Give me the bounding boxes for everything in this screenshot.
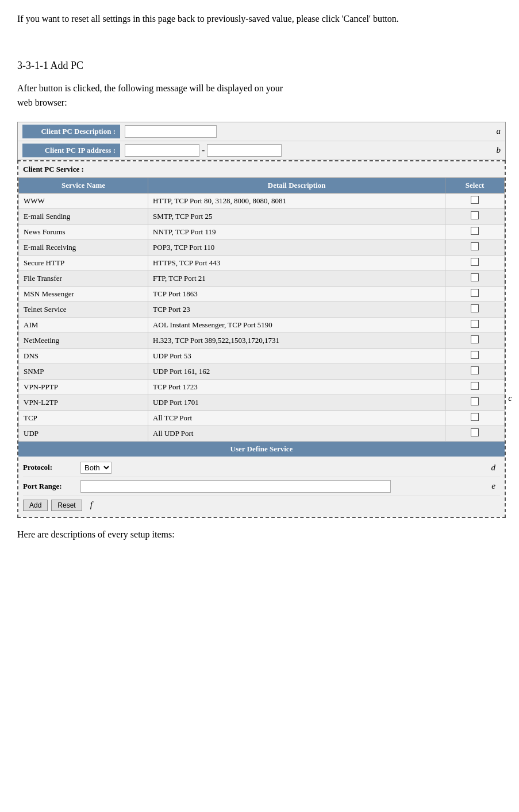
service-checkbox[interactable] xyxy=(471,335,479,343)
service-name: News Forums xyxy=(19,224,148,239)
service-desc: UDP Port 161, 162 xyxy=(148,364,445,379)
service-checkbox[interactable] xyxy=(471,258,479,266)
label-f: f xyxy=(90,500,93,510)
service-checkbox[interactable] xyxy=(471,211,479,219)
section-desc: After button is clicked, the following m… xyxy=(17,81,502,110)
add-button[interactable]: Add xyxy=(23,500,48,511)
service-desc: TCP Port 1723 xyxy=(148,379,445,395)
service-select[interactable] xyxy=(445,224,505,239)
ip-label: Client PC IP address : xyxy=(22,144,120,157)
service-select[interactable] xyxy=(445,270,505,286)
service-desc: All TCP Port xyxy=(148,410,445,426)
table-row: E-mail Sending SMTP, TCP Port 25 xyxy=(19,208,505,224)
service-select[interactable] xyxy=(445,286,505,301)
port-range-label: Port Range: xyxy=(23,482,80,491)
service-table: Service Name Detail Description Select W… xyxy=(18,177,505,442)
service-desc: All UDP Port xyxy=(148,426,445,441)
service-desc: H.323, TCP Port 389,522,1503,1720,1731 xyxy=(148,332,445,348)
service-select[interactable] xyxy=(445,426,505,441)
service-name: Secure HTTP xyxy=(19,255,148,270)
service-checkbox[interactable] xyxy=(471,227,479,235)
label-a: a xyxy=(497,126,501,136)
service-select[interactable] xyxy=(445,208,505,224)
table-row: Telnet Service TCP Port 23 xyxy=(19,301,505,317)
service-desc: TCP Port 1863 xyxy=(148,286,445,301)
protocol-control: Both TCP UDP xyxy=(80,462,500,474)
protocol-row: Protocol: Both TCP UDP d xyxy=(23,459,500,477)
port-range-row: Port Range: e xyxy=(23,477,500,496)
table-row: E-mail Receiving POP3, TCP Port 110 xyxy=(19,239,505,255)
bottom-text: Here are descriptions of every setup ite… xyxy=(17,529,502,540)
service-checkbox[interactable] xyxy=(471,428,479,436)
service-checkbox[interactable] xyxy=(471,273,479,281)
service-desc: SMTP, TCP Port 25 xyxy=(148,208,445,224)
col-header-detail-desc: Detail Description xyxy=(148,177,445,193)
service-checkbox[interactable] xyxy=(471,196,479,204)
service-select[interactable] xyxy=(445,193,505,208)
table-row: TCP All TCP Port xyxy=(19,410,505,426)
description-row: Client PC Description : a xyxy=(18,122,505,141)
service-checkbox[interactable] xyxy=(471,304,479,312)
service-select[interactable] xyxy=(445,348,505,364)
service-name: E-mail Sending xyxy=(19,208,148,224)
col-header-service-name: Service Name xyxy=(19,177,148,193)
ip-row: Client PC IP address : - b xyxy=(18,141,505,160)
service-desc: NNTP, TCP Port 119 xyxy=(148,224,445,239)
client-pc-form: Client PC Description : a Client PC IP a… xyxy=(17,122,506,160)
description-input[interactable] xyxy=(125,125,217,138)
port-range-control xyxy=(80,480,500,493)
service-name: SNMP xyxy=(19,364,148,379)
label-d: d xyxy=(491,463,496,473)
service-checkbox[interactable] xyxy=(471,397,479,405)
service-select[interactable] xyxy=(445,255,505,270)
description-label: Client PC Description : xyxy=(22,125,120,138)
service-select[interactable] xyxy=(445,379,505,395)
ip-input-cell: - xyxy=(120,144,501,157)
service-desc: POP3, TCP Port 110 xyxy=(148,239,445,255)
service-desc: HTTP, TCP Port 80, 3128, 8000, 8080, 808… xyxy=(148,193,445,208)
service-name: VPN-L2TP xyxy=(19,395,148,410)
service-select[interactable] xyxy=(445,317,505,332)
table-row: News Forums NNTP, TCP Port 119 xyxy=(19,224,505,239)
table-row: File Transfer FTP, TCP Port 21 xyxy=(19,270,505,286)
table-row: MSN Messenger TCP Port 1863 xyxy=(19,286,505,301)
service-checkbox[interactable] xyxy=(471,413,479,421)
service-select[interactable] xyxy=(445,364,505,379)
table-row: NetMeeting H.323, TCP Port 389,522,1503,… xyxy=(19,332,505,348)
service-checkbox[interactable] xyxy=(471,382,479,390)
user-define-body: Protocol: Both TCP UDP d Port Range: e xyxy=(18,457,505,517)
service-checkbox[interactable] xyxy=(471,366,479,374)
label-b: b xyxy=(497,145,501,155)
intro-text: If you want to reset all settings in thi… xyxy=(17,11,502,26)
ip-input-2[interactable] xyxy=(207,144,282,157)
service-name: TCP xyxy=(19,410,148,426)
table-row: Secure HTTP HTTPS, TCP Port 443 xyxy=(19,255,505,270)
service-name: DNS xyxy=(19,348,148,364)
service-desc: TCP Port 23 xyxy=(148,301,445,317)
protocol-label: Protocol: xyxy=(23,463,80,472)
service-checkbox[interactable] xyxy=(471,320,479,328)
ip-input-1[interactable] xyxy=(125,144,199,157)
service-name: AIM xyxy=(19,317,148,332)
service-name: Telnet Service xyxy=(19,301,148,317)
col-header-select: Select xyxy=(445,177,505,193)
port-range-input[interactable] xyxy=(80,480,391,493)
label-c: c xyxy=(508,393,512,403)
section-title: 3-3-1-1 Add PC xyxy=(17,60,502,72)
service-name: VPN-PPTP xyxy=(19,379,148,395)
service-checkbox[interactable] xyxy=(471,351,479,359)
ip-separator: - xyxy=(202,145,205,156)
service-select[interactable] xyxy=(445,332,505,348)
user-define-header: User Define Service xyxy=(18,442,505,457)
service-select[interactable] xyxy=(445,239,505,255)
table-row: DNS UDP Port 53 xyxy=(19,348,505,364)
table-row: SNMP UDP Port 161, 162 xyxy=(19,364,505,379)
service-checkbox[interactable] xyxy=(471,242,479,250)
service-checkbox[interactable] xyxy=(471,289,479,297)
protocol-select[interactable]: Both TCP UDP xyxy=(80,462,112,474)
service-select[interactable] xyxy=(445,301,505,317)
service-select[interactable] xyxy=(445,410,505,426)
service-name: File Transfer xyxy=(19,270,148,286)
reset-button[interactable]: Reset xyxy=(51,500,82,511)
service-select[interactable] xyxy=(445,395,505,410)
